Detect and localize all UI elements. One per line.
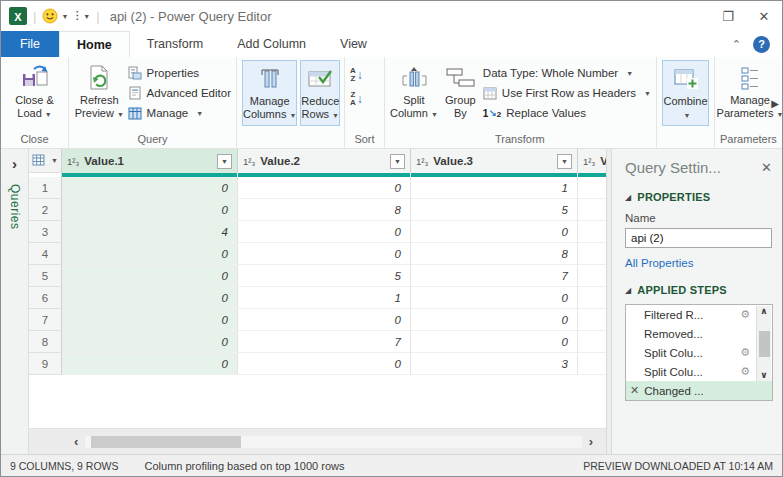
combine-button[interactable]: Combine▼ [662, 60, 709, 126]
delete-step-icon[interactable]: ✕ [630, 384, 639, 397]
column-header-value1[interactable]: 1²₃ Value.1 ▼ [62, 149, 238, 173]
properties-section-header[interactable]: ◢ PROPERTIES [625, 191, 774, 203]
grid-cell[interactable] [578, 199, 606, 221]
manage-parameters-button[interactable]: Manage Parameters▼ [720, 60, 780, 126]
whole-number-type-icon[interactable]: 1²₃ [416, 156, 428, 167]
grid-cell[interactable]: 1 [238, 287, 411, 309]
status-profiling-info[interactable]: Column profiling based on top 1000 rows [145, 460, 345, 472]
grid-cell[interactable]: 0 [238, 243, 411, 265]
close-and-load-button[interactable]: Close & Load▼ [6, 60, 63, 126]
grid-cell[interactable]: 5 [411, 199, 578, 221]
steps-scrollbar[interactable]: ∧ ∨ [756, 306, 771, 381]
refresh-preview-button[interactable]: Refresh Preview▼ [74, 60, 125, 126]
reduce-rows-button[interactable]: Reduce Rows▼ [300, 60, 340, 126]
collapse-ribbon-button[interactable]: ⌃ [732, 38, 741, 51]
scroll-down-icon[interactable]: ∨ [760, 371, 767, 380]
steps-scroll-thumb[interactable] [759, 331, 770, 357]
replace-values-button[interactable]: 1↘2 Replace Values [483, 105, 651, 121]
grid-cell[interactable] [578, 177, 606, 199]
grid-cell[interactable]: 4 [62, 221, 238, 243]
grid-cell[interactable]: 7 [238, 331, 411, 353]
close-panel-icon[interactable]: ✕ [761, 160, 774, 175]
row-number[interactable]: 9 [29, 353, 62, 375]
row-number[interactable]: 3 [29, 221, 62, 243]
grid-cell[interactable]: 8 [238, 199, 411, 221]
grid-cell[interactable]: 0 [62, 265, 238, 287]
sort-ascending-button[interactable]: AZ↓ [350, 64, 363, 86]
sort-descending-button[interactable]: ZA↓ [350, 88, 363, 110]
grid-cell[interactable]: 0 [411, 309, 578, 331]
applied-step[interactable]: Split Colu...⚙ [626, 362, 772, 381]
grid-cell[interactable]: 0 [411, 287, 578, 309]
horizontal-scroll-thumb[interactable] [91, 436, 241, 448]
expand-queries-chevron-icon[interactable]: › [12, 157, 17, 171]
grid-cell[interactable]: 1 [411, 177, 578, 199]
row-number[interactable]: 7 [29, 309, 62, 331]
queries-pane-label[interactable]: Queries [8, 184, 22, 230]
grid-cell[interactable]: 3 [411, 353, 578, 375]
grid-cell[interactable]: 8 [411, 243, 578, 265]
select-all-corner-button[interactable]: ▼ [29, 149, 62, 173]
tab-file[interactable]: File [1, 31, 59, 57]
grid-cell[interactable]: 0 [62, 331, 238, 353]
grid-cell[interactable] [578, 265, 606, 287]
grid-cell[interactable]: 0 [62, 309, 238, 331]
horizontal-scrollbar[interactable] [85, 436, 581, 448]
grid-cell[interactable]: 0 [238, 177, 411, 199]
grid-cell[interactable] [578, 243, 606, 265]
tab-home[interactable]: Home [59, 31, 130, 57]
close-window-button[interactable]: ✕ [746, 1, 782, 31]
grid-cell[interactable]: 0 [238, 309, 411, 331]
step-settings-gear-icon[interactable]: ⚙ [740, 308, 750, 321]
tab-view[interactable]: View [323, 31, 384, 57]
column-header-value2[interactable]: 1²₃ Value.2 ▼ [238, 149, 411, 173]
grid-cell[interactable]: 0 [62, 243, 238, 265]
grid-cell[interactable]: 7 [411, 265, 578, 287]
scroll-up-icon[interactable]: ∧ [760, 307, 767, 316]
grid-cell[interactable]: 0 [62, 353, 238, 375]
grid-cell[interactable]: 5 [238, 265, 411, 287]
row-number[interactable]: 5 [29, 265, 62, 287]
use-first-row-as-headers-button[interactable]: Use First Row as Headers▼ [483, 85, 651, 101]
grid-cell[interactable]: 0 [238, 353, 411, 375]
grid-cell[interactable]: 0 [62, 287, 238, 309]
filter-dropdown-button[interactable]: ▼ [557, 154, 572, 169]
row-number[interactable]: 4 [29, 243, 62, 265]
grid-cell[interactable]: 0 [62, 177, 238, 199]
scroll-left-icon[interactable]: ‹ [67, 436, 85, 448]
advanced-editor-button[interactable]: Advanced Editor [128, 85, 231, 101]
grid-cell[interactable] [578, 309, 606, 331]
applied-steps-section-header[interactable]: ◢ APPLIED STEPS [625, 284, 774, 296]
row-number[interactable]: 2 [29, 199, 62, 221]
whole-number-type-icon[interactable]: 1²₃ [583, 156, 595, 167]
step-settings-gear-icon[interactable]: ⚙ [740, 365, 750, 378]
grid-cell[interactable] [578, 287, 606, 309]
grid-cell[interactable] [578, 353, 606, 375]
column-header-value4[interactable]: 1²₃ Value.4 [578, 149, 606, 173]
grid-cell[interactable]: 0 [62, 199, 238, 221]
data-type-button[interactable]: Data Type: Whole Number▼ [483, 65, 651, 81]
split-column-button[interactable]: Split Column▼ [390, 60, 438, 126]
grid-cell[interactable] [578, 331, 606, 353]
grid-cell[interactable] [578, 221, 606, 243]
all-properties-link[interactable]: All Properties [625, 257, 774, 269]
whole-number-type-icon[interactable]: 1²₃ [243, 156, 255, 167]
filter-dropdown-button[interactable]: ▼ [217, 154, 232, 169]
row-number[interactable]: 6 [29, 287, 62, 309]
scroll-right-icon[interactable]: › [582, 436, 600, 448]
help-button[interactable]: ? [753, 36, 770, 53]
tab-add-column[interactable]: Add Column [220, 31, 323, 57]
applied-step[interactable]: ✕Changed ... [626, 381, 772, 400]
row-number[interactable]: 8 [29, 331, 62, 353]
applied-step[interactable]: Filtered R...⚙ [626, 305, 772, 324]
step-settings-gear-icon[interactable]: ⚙ [740, 346, 750, 359]
grid-cell[interactable]: 0 [238, 221, 411, 243]
group-by-button[interactable]: Group By [441, 60, 480, 126]
query-name-input[interactable] [625, 228, 772, 248]
tab-transform[interactable]: Transform [130, 31, 221, 57]
row-number[interactable]: 1 [29, 177, 62, 199]
manage-query-button[interactable]: Manage▼ [128, 105, 231, 121]
maximize-button[interactable]: ❐ [710, 1, 746, 31]
manage-columns-button[interactable]: Manage Columns▼ [242, 60, 297, 126]
applied-step[interactable]: Split Colu...⚙ [626, 343, 772, 362]
